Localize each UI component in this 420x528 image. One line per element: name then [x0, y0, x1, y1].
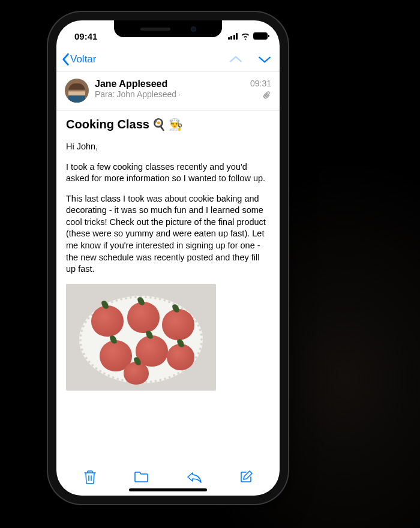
home-indicator[interactable] [129, 488, 207, 491]
compose-icon [239, 470, 253, 484]
speaker-grille [140, 28, 170, 31]
sender-info: Jane Appleseed Para: John Appleseed › [95, 79, 244, 103]
wifi-icon [241, 32, 250, 40]
battery-icon [253, 32, 268, 40]
status-indicators [228, 32, 268, 40]
chevron-down-icon[interactable] [258, 55, 271, 64]
trash-button[interactable] [79, 466, 101, 491]
phone-frame: 09:41 Voltar [48, 12, 288, 504]
reply-icon [186, 470, 203, 484]
recipient-line[interactable]: Para: John Appleseed › [95, 89, 244, 99]
greeting: Hi John, [66, 141, 270, 153]
back-button[interactable]: Voltar [61, 53, 96, 66]
chevron-up-icon[interactable] [229, 55, 242, 64]
frying-pan-emoji: 🍳 [152, 118, 166, 131]
email-timestamp: 09:31 [250, 79, 271, 88]
email-subject: Cooking Class 🍳 👨‍🍳 [66, 118, 270, 131]
cellular-signal-icon [228, 33, 238, 40]
paragraph-2: This last class I took was about cookie … [66, 193, 270, 275]
chevron-left-icon [61, 53, 70, 66]
folder-icon [133, 470, 150, 484]
phone-screen: 09:41 Voltar [56, 20, 280, 496]
trash-icon [83, 469, 97, 485]
navigation-bar: Voltar [56, 49, 280, 71]
back-label: Voltar [70, 53, 96, 65]
sender-name: Jane Appleseed [95, 79, 244, 89]
status-time: 09:41 [74, 31, 110, 41]
email-body[interactable]: Cooking Class 🍳 👨‍🍳 Hi John, I took a fe… [56, 110, 280, 462]
cook-emoji: 👨‍🍳 [169, 118, 183, 131]
message-nav-arrows [229, 55, 271, 64]
notch [114, 20, 222, 37]
compose-button[interactable] [235, 466, 257, 490]
folder-button[interactable] [130, 467, 154, 490]
paragraph-1: I took a few cooking classes recently an… [66, 161, 270, 185]
email-header: Jane Appleseed Para: John Appleseed › 09… [56, 71, 280, 110]
chevron-right-icon: › [178, 91, 181, 98]
paperclip-icon [263, 91, 271, 100]
sender-avatar[interactable] [65, 79, 89, 103]
email-meta: 09:31 [250, 79, 271, 103]
attached-photo[interactable] [66, 284, 216, 391]
email-content: Hi John, I took a few cooking classes re… [66, 141, 270, 391]
reply-button[interactable] [182, 467, 206, 490]
to-label: Para: [95, 89, 115, 99]
front-camera [191, 26, 196, 32]
recipient-name: John Appleseed [116, 89, 176, 99]
